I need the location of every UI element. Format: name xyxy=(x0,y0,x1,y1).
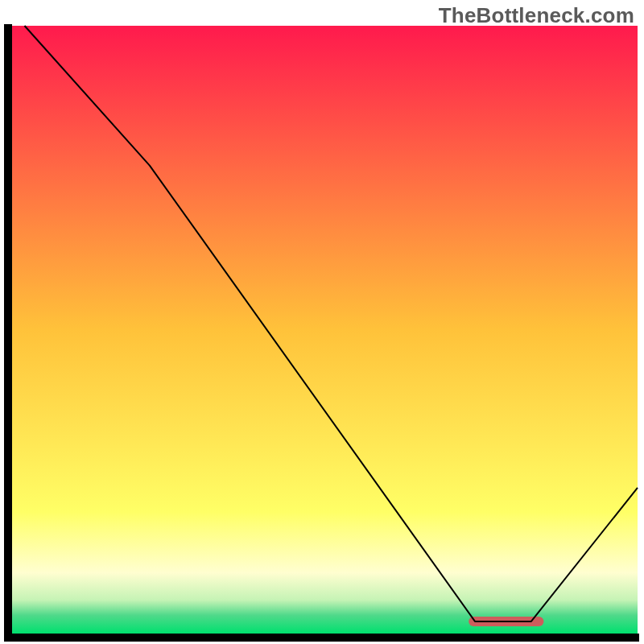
bottleneck-chart xyxy=(0,0,644,644)
x-axis xyxy=(4,634,639,642)
y-axis xyxy=(4,24,12,642)
watermark-text: TheBottleneck.com xyxy=(439,3,634,28)
chart-stage: TheBottleneck.com xyxy=(0,0,644,644)
